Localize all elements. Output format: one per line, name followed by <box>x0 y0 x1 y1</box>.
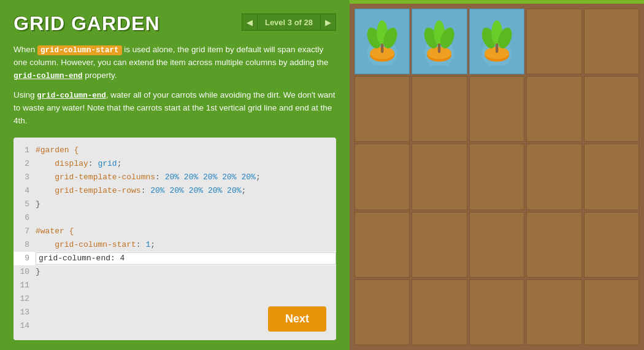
description-para1: When grid-column-start is used alone, th… <box>13 44 336 83</box>
line-num-12: 12 <box>13 294 36 303</box>
line-num-14: 14 <box>13 321 36 330</box>
line-num-13: 13 <box>13 308 36 317</box>
garden-cell <box>469 212 524 278</box>
code-line-10: 10 } <box>13 265 336 279</box>
line-content-7: #water { <box>36 227 74 236</box>
line-content-3: grid-template-columns: 20% 20% 20% 20% 2… <box>36 173 261 182</box>
garden-cell <box>469 279 524 345</box>
code-line-1: 1 #garden { <box>13 144 336 157</box>
garden-cell <box>412 9 467 74</box>
garden-cell <box>355 9 410 74</box>
garden-cell <box>355 212 410 278</box>
line-num-4: 4 <box>13 186 36 195</box>
highlight-grid-column-end-2: grid-column-end <box>37 91 106 100</box>
next-button[interactable]: Next <box>268 306 326 332</box>
line-num-8: 8 <box>13 240 36 249</box>
next-level-button[interactable]: ▶ <box>320 14 336 31</box>
garden-cell <box>412 212 467 278</box>
garden-cell <box>526 212 581 278</box>
code-line-2: 2 display: grid; <box>13 157 336 171</box>
garden-cell <box>355 279 410 345</box>
line-content-4: grid-template-rows: 20% 20% 20% 20% 20%; <box>36 186 246 195</box>
line-content-2: display: grid; <box>36 159 121 168</box>
line-content-1: #garden { <box>36 146 79 155</box>
line-content-10: } <box>36 267 40 276</box>
highlight-grid-column-end-1: grid-column-end <box>13 72 83 80</box>
left-panel: GRID GARDEN ◀ Level 3 of 28 ▶ When grid-… <box>0 0 350 350</box>
garden-cell <box>526 9 581 74</box>
code-line-7: 7 #water { <box>13 225 336 238</box>
svg-rect-7 <box>381 44 383 53</box>
right-panel <box>350 0 644 350</box>
line-num-11: 11 <box>13 281 36 290</box>
code-active-input[interactable] <box>36 252 336 265</box>
garden-cell <box>526 76 581 142</box>
desc-text-4: Using <box>13 90 37 99</box>
description-para2: Using grid-column-end, water all of your… <box>13 89 336 128</box>
line-num-1: 1 <box>13 146 36 155</box>
garden-cell <box>355 76 410 142</box>
line-num-6: 6 <box>13 213 36 222</box>
highlight-grid-column-start: grid-column-start <box>37 45 122 55</box>
garden-cell <box>584 212 639 278</box>
svg-rect-15 <box>438 44 440 53</box>
garden-cell <box>412 144 467 209</box>
line-content-8: grid-column-start: 1; <box>36 240 155 249</box>
garden-cell <box>412 279 467 345</box>
garden-cell <box>584 144 639 209</box>
garden-cell <box>526 144 581 209</box>
code-line-11: 11 <box>13 279 336 292</box>
garden-cell <box>469 144 524 209</box>
prev-level-button[interactable]: ◀ <box>242 14 258 31</box>
garden-cell <box>584 9 639 74</box>
code-line-5: 5 } <box>13 198 336 211</box>
garden-cell <box>469 9 524 74</box>
code-line-8: 8 grid-column-start: 1; <box>13 238 336 252</box>
code-editor: 1 #garden { 2 display: grid; 3 grid-temp… <box>13 138 336 340</box>
garden-cell <box>584 76 639 142</box>
line-content-5: } <box>36 200 40 209</box>
line-num-3: 3 <box>13 173 36 182</box>
line-num-7: 7 <box>13 227 36 236</box>
garden-cell <box>584 279 639 345</box>
level-nav: ◀ Level 3 of 28 ▶ <box>242 14 336 31</box>
code-line-9: 9 <box>13 252 336 265</box>
garden-cell <box>526 279 581 345</box>
code-line-6: 6 <box>13 211 336 225</box>
garden-grid <box>355 9 639 345</box>
level-label: Level 3 of 28 <box>258 14 320 31</box>
code-line-4: 4 grid-template-rows: 20% 20% 20% 20% 20… <box>13 184 336 198</box>
code-line-12: 12 <box>13 292 336 306</box>
line-num-9: 9 <box>13 254 36 263</box>
garden-cell <box>469 76 524 142</box>
code-line-3: 3 grid-template-columns: 20% 20% 20% 20%… <box>13 171 336 184</box>
line-num-5: 5 <box>13 200 36 209</box>
garden-cell <box>412 76 467 142</box>
desc-text-3: property. <box>83 71 117 80</box>
line-num-10: 10 <box>13 267 36 276</box>
desc-text-1: When <box>13 45 37 54</box>
line-num-2: 2 <box>13 159 36 168</box>
garden-cell <box>355 144 410 209</box>
svg-rect-23 <box>496 44 498 53</box>
